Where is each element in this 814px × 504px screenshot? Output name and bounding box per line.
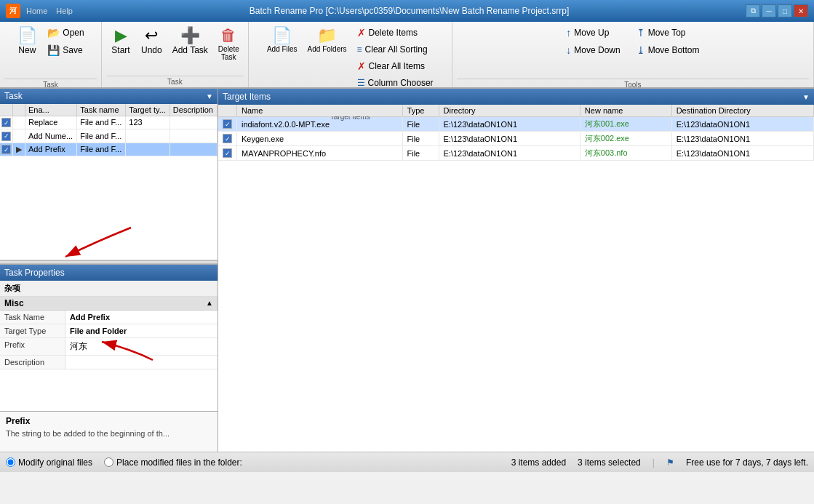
prop-prefix[interactable]: Prefix 河东 (0, 338, 218, 356)
task-enabled-checkbox[interactable] (1, 118, 11, 127)
task-group-label: Task (106, 76, 244, 86)
maximize-btn[interactable]: □ (778, 4, 792, 17)
ribbon: 📄 New 📂 Open 💾 Save Task (0, 22, 814, 89)
file-name: MAYANPROPHECY.nfo (237, 146, 403, 161)
add-files-icon: 📄 (272, 28, 292, 44)
task-header-arrow: ▼ (206, 92, 213, 100)
column-chooser-button[interactable]: ☰ Column Chooser (353, 76, 438, 90)
prefix-desc-text: The string to be added to the beginning … (6, 429, 212, 438)
new-icon: 📄 (17, 28, 37, 44)
place-modified-radio[interactable]: Place modified files in the folder: (104, 457, 242, 468)
task-enabled-checkbox[interactable] (1, 145, 11, 154)
col-checkbox (218, 105, 237, 117)
clear-all-sorting-button[interactable]: ≡ Clear All Sorting (353, 42, 438, 57)
add-files-button[interactable]: 📄 Add Files (263, 25, 302, 56)
title-bar: 河 Home Help Batch Rename Pro [C:\Users\p… (0, 0, 814, 22)
add-folders-button[interactable]: 📁 Add Folders (303, 25, 351, 56)
new-button[interactable]: 📄 New (12, 25, 41, 58)
status-bar: Modify original files Place modified fil… (0, 452, 814, 472)
file-name: Keygen.exe (237, 132, 403, 146)
col-new-name[interactable]: New name (580, 105, 671, 117)
close-btn[interactable]: ✕ (794, 4, 808, 17)
task-col-arrow (13, 104, 25, 116)
place-modified-label: Place modified files in the folder: (116, 457, 242, 468)
task-enabled-checkbox[interactable] (1, 132, 11, 141)
undo-button[interactable]: ↩ Undo (137, 25, 167, 58)
minimize-btn[interactable]: ─ (762, 4, 776, 17)
delete-items-button[interactable]: ✗ Delete Items (353, 25, 438, 41)
misc-collapse-btn[interactable]: ▲ (206, 299, 213, 307)
tools-group-label: Tools (457, 79, 809, 89)
items-selected: 3 items selected (578, 457, 641, 468)
task-table: Ena... Task name Target ty... Descriptio… (0, 104, 218, 220)
save-icon: 💾 (47, 44, 60, 56)
window-controls: ⧉ ─ □ ✕ (746, 4, 808, 17)
start-button[interactable]: ▶ Start (106, 25, 135, 58)
app-logo: 河 (6, 4, 20, 18)
column-chooser-icon: ☰ (357, 78, 365, 88)
task-section-header: Task ▼ (0, 89, 218, 104)
move-down-button[interactable]: ↓ Move Down (562, 42, 624, 58)
file-checkbox[interactable] (223, 134, 232, 143)
open-button[interactable]: 📂 Open (43, 25, 88, 41)
ribbon-group-project: 📄 New 📂 Open 💾 Save Task (0, 22, 102, 87)
col-directory[interactable]: Directory (439, 105, 580, 117)
task-row[interactable]: Replace File and F... 123 (0, 116, 218, 129)
move-top-icon: ⤒ (637, 27, 645, 39)
task-col-desc2: Description (169, 104, 217, 116)
move-bottom-icon: ⤓ (637, 44, 645, 56)
delete-task-button[interactable]: 🗑 DeleteTask (214, 25, 244, 64)
clear-sorting-icon: ≡ (357, 44, 362, 55)
prop-section-misc: Misc ▲ (0, 297, 218, 311)
file-checkbox[interactable] (223, 119, 232, 129)
col-name[interactable]: Name (237, 105, 403, 117)
col-type[interactable]: Type (402, 105, 439, 117)
clear-all-items-button[interactable]: ✗ Clear All Items (353, 58, 438, 74)
move-top-button[interactable]: ⤒ Move Top (632, 25, 704, 41)
prop-section-chinese: 杂项 (0, 281, 218, 297)
properties-label: Task Properties (4, 268, 65, 278)
left-panel: Task ▼ Ena... Task name Target ty... Des… (0, 89, 218, 452)
prefix-arrow (95, 335, 167, 364)
app-title: Batch Rename Pro [C:\Users\pc0359\Docume… (73, 6, 746, 16)
move-bottom-button[interactable]: ⤓ Move Bottom (632, 42, 704, 58)
modify-original-label: Modify original files (18, 457, 92, 468)
arrow-annotation (22, 220, 167, 264)
save-button[interactable]: 💾 Save (43, 42, 88, 58)
help-menu[interactable]: Help (56, 7, 73, 15)
properties-header: Task Properties (0, 265, 218, 281)
status-separator: | (653, 457, 655, 468)
ribbon-group-target-items: 📄 Add Files 📁 Add Folders ✗ Delete Items… (249, 22, 452, 87)
file-checkbox[interactable] (223, 148, 232, 158)
restore-btn[interactable]: ⧉ (746, 4, 760, 17)
arrow-area (0, 220, 218, 260)
delete-task-icon: 🗑 (220, 28, 236, 44)
start-icon: ▶ (115, 28, 127, 44)
open-icon: 📂 (47, 27, 60, 39)
add-task-icon: ➕ (180, 28, 200, 44)
file-row[interactable]: Keygen.exe File E:\123\dataON1ON1 河东002.… (218, 132, 814, 146)
prefix-desc-title: Prefix (6, 416, 212, 426)
place-modified-input[interactable] (104, 457, 113, 467)
modify-original-radio[interactable]: Modify original files (6, 457, 92, 468)
task-row[interactable]: Add Nume... File and F... (0, 129, 218, 143)
home-menu[interactable]: Home (26, 7, 47, 15)
flag-icon: ⚑ (666, 457, 674, 468)
delete-items-icon: ✗ (357, 27, 366, 39)
move-up-button[interactable]: ↑ Move Up (562, 25, 624, 41)
license-info: Free use for 7 days, 7 days left. (686, 457, 808, 468)
ribbon-group-task: ▶ Start ↩ Undo ➕ Add Task 🗑 DeleteTask T… (102, 22, 249, 87)
modify-original-input[interactable] (6, 457, 15, 467)
move-up-icon: ↑ (566, 27, 571, 39)
add-folders-icon: 📁 (317, 28, 337, 44)
clear-items-icon: ✗ (357, 60, 366, 72)
col-dest-dir[interactable]: Destination Directory (671, 105, 813, 117)
task-col-target: Task name (77, 104, 126, 116)
task-row-current[interactable]: ▶ Add Prefix File and F... (0, 143, 218, 156)
task-header-label: Task (4, 91, 23, 101)
add-task-button[interactable]: ➕ Add Task (168, 25, 212, 58)
task-col-desc: Target ty... (126, 104, 170, 116)
properties-panel: Task Properties 杂项 Misc ▲ Task Name Add … (0, 264, 218, 411)
file-row[interactable]: MAYANPROPHECY.nfo File E:\123\dataON1ON1… (218, 146, 814, 161)
right-panel: Target Items ▼ Name Type Directory New n… (218, 89, 814, 452)
